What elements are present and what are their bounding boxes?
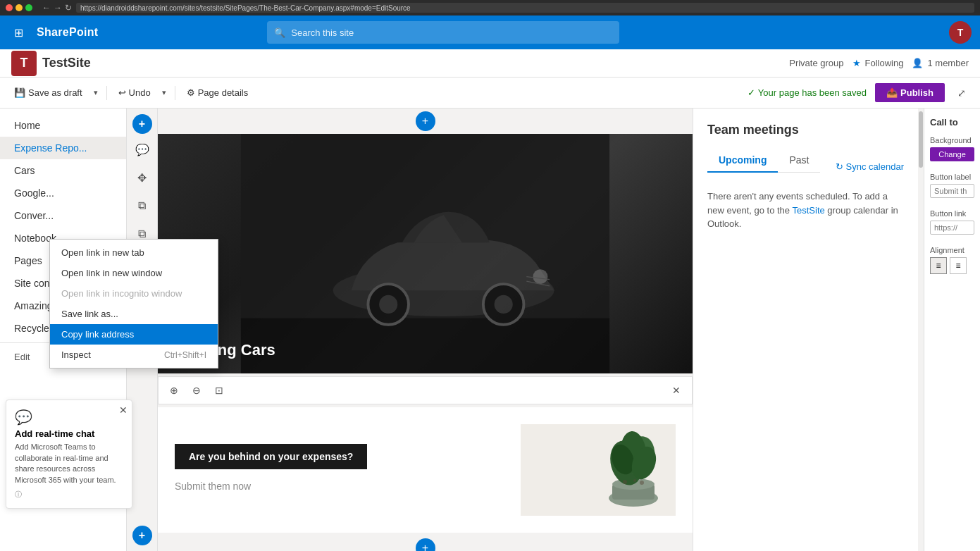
zoom-bar: ⊕ ⊖ ⊡ ✕	[158, 376, 693, 404]
align-right-button[interactable]: ≡	[950, 257, 967, 274]
sidebar-item-expense[interactable]: Expense Repo...	[0, 137, 126, 159]
sidebar-item-cars[interactable]: Cars	[0, 159, 126, 182]
content-main: +	[158, 109, 693, 551]
save-icon: 💾	[14, 87, 25, 98]
button-label-section: Button label	[930, 173, 974, 198]
ctx-inspect[interactable]: Inspect Ctrl+Shift+I	[50, 345, 218, 365]
add-above-hero-button[interactable]: +	[416, 111, 435, 131]
private-group-badge: Private group	[789, 58, 843, 68]
add-section-bottom: +	[158, 535, 693, 551]
button-link-input[interactable]	[930, 221, 974, 235]
save-draft-chevron[interactable]: ▾	[91, 85, 101, 100]
align-left-icon: ≡	[936, 261, 941, 271]
ctx-inspect-shortcut: Ctrl+Shift+I	[164, 350, 206, 360]
tab-upcoming[interactable]: Upcoming	[707, 149, 778, 173]
add-section-hero-top: +	[158, 109, 693, 134]
zoom-close-button[interactable]: ✕	[666, 380, 686, 400]
browser-url[interactable]: https://diandroiddsharepoint.com/sites/t…	[76, 3, 974, 13]
publish-button[interactable]: 📤 Publish	[875, 83, 945, 102]
suite-bar: T TestSite Private group ★ Following 👤 1…	[0, 49, 980, 78]
sharepoint-topnav: ⊞ SharePoint 🔍 Search this site T	[0, 16, 980, 49]
add-section-top-button[interactable]: +	[132, 114, 152, 134]
chat-info: ⓘ	[15, 490, 123, 500]
cta-link[interactable]: Submit them now	[175, 478, 521, 496]
following-badge[interactable]: ★ Following	[852, 58, 904, 68]
chat-close-button[interactable]: ✕	[119, 404, 128, 416]
align-left-button[interactable]: ≡	[930, 257, 947, 274]
add-section-bottom-button[interactable]: +	[132, 526, 152, 545]
ctx-open-new-tab[interactable]: Open link in new tab	[50, 242, 218, 263]
button-label-input[interactable]	[930, 184, 974, 198]
close-icon: ✕	[672, 385, 681, 396]
expand-button[interactable]: ⤢	[952, 85, 972, 101]
plant-image	[521, 424, 676, 516]
right-panel: Call to Background Change Button label B…	[924, 109, 980, 551]
svg-point-20	[633, 479, 636, 482]
alignment-label: Alignment	[930, 246, 974, 254]
meetings-title: Team meetings	[707, 123, 904, 137]
testsite-link[interactable]: TestSite	[792, 205, 824, 216]
member-count: 👤 1 member	[912, 58, 969, 68]
hero-image: Amazing Cars	[158, 134, 693, 373]
ctx-open-new-window[interactable]: Open link in new window	[50, 263, 218, 283]
separator-2	[175, 86, 175, 100]
save-draft-button[interactable]: 💾 Save as draft	[8, 85, 88, 101]
sidebar-item-conver[interactable]: Conver...	[0, 204, 126, 227]
ctx-copy-link[interactable]: Copy link address	[50, 324, 218, 345]
scrollbar[interactable]	[918, 109, 924, 551]
tab-past[interactable]: Past	[778, 149, 820, 173]
zoom-in-button[interactable]: ⊕	[164, 380, 184, 400]
zoom-fit-button[interactable]: ⊡	[209, 380, 229, 400]
undo-chevron[interactable]: ▾	[159, 85, 169, 100]
comment-button[interactable]: 💬	[130, 137, 155, 162]
chat-widget: ✕ 💬 Add real-time chat Add Microsoft Tea…	[6, 400, 132, 509]
search-placeholder: Search this site	[291, 27, 354, 38]
svg-point-19	[623, 480, 627, 484]
context-menu: Open link in new tab Open link in new wi…	[49, 239, 218, 369]
topnav-right: T	[949, 21, 972, 44]
scrollbar-thumb	[919, 111, 923, 168]
button-link-section: Button link	[930, 209, 974, 235]
move-icon: ✥	[137, 171, 147, 185]
sidebar-item-home[interactable]: Home	[0, 114, 126, 137]
sharepoint-logo[interactable]: SharePoint	[37, 26, 98, 39]
browser-bar: ← → ↻ https://diandroiddsharepoint.com/s…	[0, 0, 980, 16]
star-icon: ★	[852, 58, 861, 68]
svg-point-4	[379, 295, 397, 314]
background-label: Background	[930, 136, 974, 144]
site-title[interactable]: TestSite	[42, 56, 91, 70]
waffle-icon[interactable]: ⊞	[8, 23, 28, 42]
align-right-icon: ≡	[955, 261, 960, 271]
sync-calendar-button[interactable]: ↻ Sync calendar	[836, 161, 904, 172]
copy-icon: ⧉	[138, 199, 146, 212]
chat-description: Add Microsoft Teams to collaborate in re…	[15, 442, 123, 485]
people-icon: 👤	[912, 58, 923, 68]
add-below-button[interactable]: +	[416, 538, 435, 551]
ctx-open-incognito: Open link in incognito window	[50, 283, 218, 304]
zoom-out-button[interactable]: ⊖	[187, 380, 206, 400]
undo-button[interactable]: ↩ Undo	[113, 85, 156, 101]
button-link-label: Button link	[930, 209, 974, 218]
following-label: Following	[865, 58, 904, 68]
chat-icon: 💬	[15, 409, 123, 426]
zoom-out-icon: ⊖	[192, 385, 201, 396]
private-group-label: Private group	[789, 58, 843, 68]
page-details-button[interactable]: ⚙ Page details	[181, 85, 254, 101]
cta-content: Are you behind on your expenses? Submit …	[175, 444, 521, 496]
page-content: +	[158, 109, 924, 551]
page-details-icon: ⚙	[187, 87, 195, 98]
meetings-panel: Team meetings Upcoming Past ↻ Sync calen…	[693, 109, 918, 551]
change-background-button[interactable]: Change	[930, 147, 974, 161]
ctx-save-link[interactable]: Save link as...	[50, 304, 218, 324]
zoom-fit-icon: ⊡	[215, 385, 223, 396]
svg-point-21	[640, 481, 644, 485]
copy-button[interactable]: ⧉	[130, 193, 155, 218]
comment-icon: 💬	[135, 143, 149, 156]
svg-point-6	[495, 295, 513, 314]
move-button[interactable]: ✥	[130, 165, 155, 190]
suite-bar-left: T TestSite	[11, 51, 91, 76]
search-box[interactable]: 🔍 Search this site	[267, 21, 619, 44]
user-avatar[interactable]: T	[949, 21, 972, 44]
sidebar-item-google[interactable]: Google...	[0, 182, 126, 204]
alignment-buttons: ≡ ≡	[930, 257, 974, 274]
